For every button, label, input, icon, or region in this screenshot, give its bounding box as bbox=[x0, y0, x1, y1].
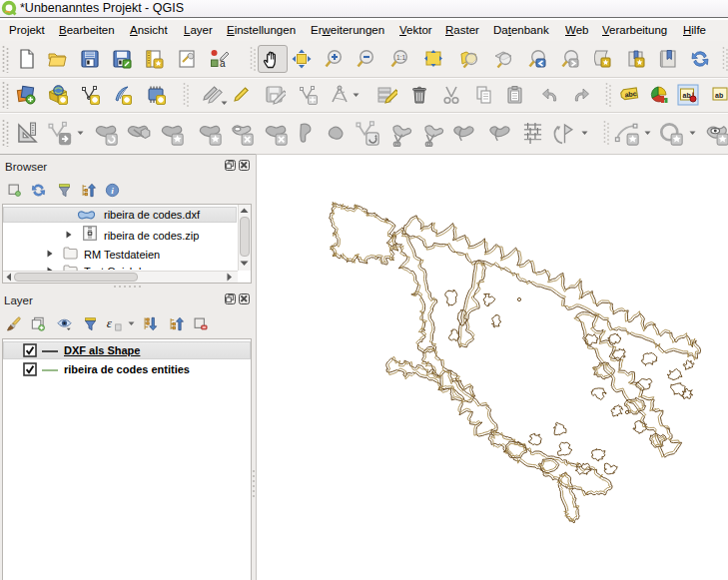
svg-text:ab: ab bbox=[683, 92, 691, 99]
svg-text:ε: ε bbox=[107, 315, 113, 330]
svg-text:i: i bbox=[111, 186, 114, 196]
svg-text:ab: ab bbox=[715, 92, 723, 99]
svg-text:1:1: 1:1 bbox=[396, 54, 405, 61]
